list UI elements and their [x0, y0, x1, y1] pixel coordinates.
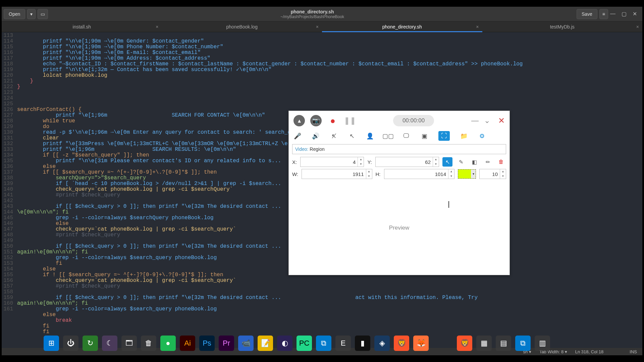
fullscreen-icon[interactable]: ⛶	[438, 131, 450, 141]
vscode-icon[interactable]: ⧉	[316, 336, 331, 351]
illustrator-icon[interactable]: Ai	[180, 336, 195, 351]
pointer-icon[interactable]: ↖	[348, 132, 356, 140]
spotify-icon[interactable]: ●	[160, 336, 176, 351]
terminal-icon[interactable]: ▮	[355, 336, 370, 351]
photoshop-icon[interactable]: Ps	[199, 336, 215, 351]
w-label: W:	[292, 171, 298, 177]
trash-task-icon[interactable]: 🗑	[141, 336, 156, 351]
minimize-recorder-icon[interactable]: —	[471, 116, 479, 125]
webcam-icon[interactable]: 👤	[366, 132, 374, 140]
maximize-icon[interactable]: ▢	[622, 11, 627, 17]
text-cursor	[448, 201, 449, 208]
pause-button[interactable]: ❚❚	[344, 116, 356, 125]
y-input[interactable]: 62▲▼	[375, 157, 439, 167]
hamburger-menu[interactable]: ≡	[599, 9, 608, 19]
trash-icon[interactable]: 🗑	[496, 157, 506, 167]
status-cursor[interactable]: Ln 318, Col 18	[575, 349, 604, 354]
preview-area: Preview	[289, 181, 509, 275]
brave-icon[interactable]: 🦁	[394, 336, 409, 351]
h-input[interactable]: 1014▲▼	[384, 169, 454, 179]
camera-icon[interactable]: 📷	[310, 115, 322, 126]
y-label: Y:	[367, 159, 372, 165]
camera-app-icon[interactable]: 📹	[238, 336, 254, 351]
files-icon[interactable]: 🗔	[121, 336, 137, 351]
taskbar: ⊞ ⏻ ↻ ☾ 🗔 🗑 ● Ai Ps Pr 📹 📝 ◐ PC ⧉ E ▮ ◈ …	[44, 334, 550, 353]
save-button[interactable]: Save	[577, 9, 597, 19]
mic-icon[interactable]: 🎤	[293, 132, 302, 140]
open-button[interactable]: Open	[4, 9, 25, 19]
moon-icon[interactable]: ☾	[102, 336, 117, 351]
w-input[interactable]: 1911▲▼	[302, 169, 372, 179]
select-tool-icon[interactable]: ↖	[442, 157, 452, 167]
app2-icon[interactable]: ▤	[496, 336, 511, 351]
window-subtitle: ~/myBashProjects/BashPhoneBook	[280, 14, 344, 19]
app3-icon[interactable]: ▥	[535, 336, 550, 351]
status-mode: INS	[630, 349, 637, 354]
close-tab-icon[interactable]: ×	[636, 24, 639, 29]
firefox-icon[interactable]: 🦊	[413, 336, 429, 351]
window-title: phone_directory.sh	[280, 9, 344, 14]
line-gutter: 113 114 115 116 117 118 119 120 121 122 …	[2, 32, 15, 348]
monitor-icon[interactable]: 🖵	[402, 132, 410, 140]
power-icon[interactable]: ⏻	[63, 336, 78, 351]
record-button[interactable]: ●	[327, 115, 338, 126]
tab-bar: install.sh× phoneBook.log× phone_directo…	[2, 21, 642, 32]
windows-icon[interactable]: ⊞	[44, 336, 59, 351]
eraser-tool-icon[interactable]: ◧	[469, 157, 479, 167]
timer: 00:00:00	[393, 115, 434, 126]
minimize-icon[interactable]: —	[610, 11, 615, 17]
tab-install[interactable]: install.sh×	[2, 21, 162, 32]
collapse-icon[interactable]: ▴	[293, 115, 305, 126]
brave-running-icon[interactable]: 🦁	[457, 336, 472, 351]
editor-icon[interactable]: E	[335, 336, 351, 351]
screen-recorder-window: ▴ 📷 ● ❚❚ 00:00:00 — ⌄ ✕ 🎤 🔊 ↖̸ ↖ 👤 ▢▢ 🖵 …	[288, 111, 510, 275]
folder-icon[interactable]: 📁	[460, 132, 468, 140]
stroke-input[interactable]: 10▲▼	[479, 169, 506, 179]
open-dropdown[interactable]: ▾	[27, 9, 36, 19]
cursor-disabled-icon[interactable]: ↖̸	[330, 132, 338, 140]
x-input[interactable]: 4▲▼	[300, 157, 364, 167]
virtualbox-icon[interactable]: ◈	[374, 336, 390, 351]
tab-phone-directory[interactable]: phone_directory.sh×	[322, 21, 482, 32]
color-picker[interactable]: ▾	[458, 169, 476, 179]
new-tab-button[interactable]: ▭	[38, 9, 48, 19]
close-tab-icon[interactable]: ×	[316, 24, 319, 29]
close-tab-icon[interactable]: ×	[476, 24, 479, 29]
tab-phonebook-log[interactable]: phoneBook.log×	[162, 21, 322, 32]
window-icon[interactable]: ▣	[420, 132, 428, 140]
dual-screen-icon[interactable]: ▢▢	[384, 132, 392, 140]
h-label: H:	[376, 171, 381, 177]
speaker-icon[interactable]: 🔊	[312, 132, 320, 140]
video-mode-field[interactable]: Video: Region	[292, 144, 506, 154]
pycharm-icon[interactable]: PC	[297, 336, 312, 351]
vscode-running-icon[interactable]: ⧉	[515, 336, 531, 351]
close-tab-icon[interactable]: ×	[156, 24, 158, 29]
editor-toolbar: Open ▾ ▭ phone_directory.sh ~/myBashProj…	[2, 7, 642, 21]
refresh-icon[interactable]: ↻	[83, 336, 98, 351]
marker-tool-icon[interactable]: ✏	[483, 157, 493, 167]
pen-tool-icon[interactable]: ✎	[456, 157, 466, 167]
notes-icon[interactable]: 📝	[258, 336, 273, 351]
close-recorder-icon[interactable]: ✕	[498, 116, 505, 125]
gear-icon[interactable]: ⚙	[478, 132, 486, 140]
app1-icon[interactable]: ▦	[476, 336, 492, 351]
close-icon[interactable]: ✕	[633, 11, 637, 17]
expand-icon[interactable]: ⌄	[484, 116, 490, 125]
eclipse-icon[interactable]: ◐	[277, 336, 292, 351]
premiere-icon[interactable]: Pr	[219, 336, 234, 351]
x-label: X:	[292, 159, 297, 165]
tab-testmydb[interactable]: testMyDb.js×	[482, 21, 643, 32]
